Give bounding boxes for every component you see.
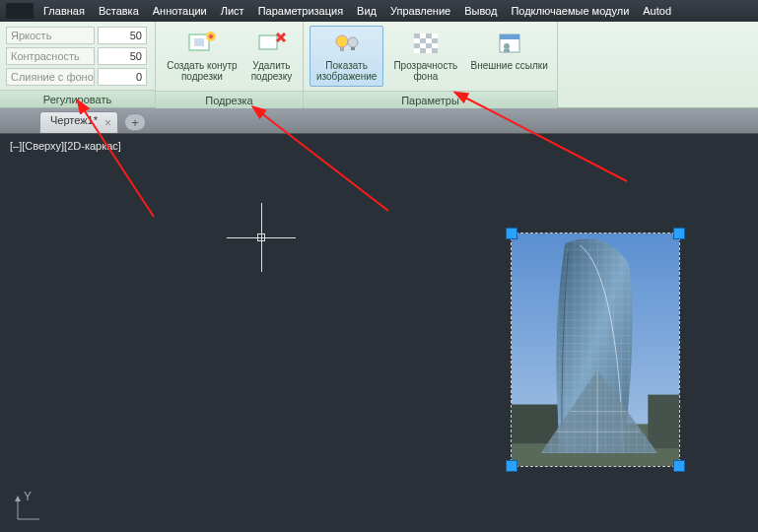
xref-label1: Внешние ссылки xyxy=(471,60,548,71)
svg-rect-19 xyxy=(432,48,438,53)
tab-drawing1[interactable]: Чертеж1* × xyxy=(39,111,118,133)
transparency-icon xyxy=(410,31,442,56)
svg-rect-10 xyxy=(351,47,355,50)
delete-clip-label2: подрезку xyxy=(251,71,293,82)
create-clip-label1: Создать конутр xyxy=(167,60,238,71)
svg-rect-27 xyxy=(648,395,679,449)
delete-clip-button[interactable]: Удалить подрезку xyxy=(246,26,297,87)
grip-top-left[interactable] xyxy=(507,229,517,238)
bulb-icon xyxy=(331,31,363,56)
svg-marker-30 xyxy=(15,496,21,501)
svg-rect-15 xyxy=(432,38,438,43)
panel-clip: Создать конутр подрезки Удалить подрезку… xyxy=(156,22,304,107)
panel-clip-title: Подрезка xyxy=(156,91,303,108)
grip-bottom-right[interactable] xyxy=(674,461,684,471)
svg-rect-16 xyxy=(414,43,420,48)
svg-rect-26 xyxy=(512,405,558,444)
svg-rect-12 xyxy=(414,33,420,38)
xref-button[interactable]: Внешние ссылки xyxy=(467,26,551,87)
svg-rect-1 xyxy=(194,38,204,46)
new-tab-button[interactable]: + xyxy=(124,113,146,131)
create-clip-icon xyxy=(186,31,218,56)
menu-manage[interactable]: Управление xyxy=(390,5,450,17)
menu-bar: Главная Вставка Аннотации Лист Параметри… xyxy=(0,0,758,22)
menu-home[interactable]: Главная xyxy=(43,5,85,17)
contrast-label: Контрасность xyxy=(6,47,95,65)
show-image-label2: изображение xyxy=(316,71,377,82)
transparency-label2: фона xyxy=(413,71,438,82)
svg-rect-14 xyxy=(420,38,426,43)
create-clip-label2: подрезки xyxy=(181,71,223,82)
panel-options: Показать изображение Прозрачнос xyxy=(304,22,558,107)
svg-rect-23 xyxy=(504,49,510,52)
svg-point-7 xyxy=(336,35,348,47)
ucs-y-label: Y xyxy=(24,490,32,503)
close-icon[interactable]: × xyxy=(104,116,111,130)
panel-adjust-title: Регулировать xyxy=(0,90,155,107)
menu-output[interactable]: Вывод xyxy=(464,5,497,17)
brightness-input[interactable]: 50 xyxy=(98,27,147,44)
viewport-label[interactable]: [–][Сверху][2D-каркас] xyxy=(10,140,121,152)
show-image-label1: Показать xyxy=(325,60,368,71)
inserted-image[interactable] xyxy=(511,233,680,467)
svg-rect-13 xyxy=(426,33,432,38)
svg-rect-17 xyxy=(426,43,432,48)
contrast-input[interactable]: 50 xyxy=(98,47,147,65)
menu-annotations[interactable]: Аннотации xyxy=(153,5,207,17)
menu-view[interactable]: Вид xyxy=(357,5,377,17)
menu-autodesk[interactable]: Autod xyxy=(643,5,671,17)
fade-input[interactable]: 0 xyxy=(98,68,147,86)
ribbon: Яркость 50 Контрасность 50 Слияние с фон… xyxy=(0,22,758,108)
create-clip-button[interactable]: Создать конутр подрезки xyxy=(162,26,242,87)
delete-clip-icon xyxy=(255,31,287,56)
grip-top-right[interactable] xyxy=(674,229,684,238)
svg-point-22 xyxy=(504,43,510,49)
drawing-viewport[interactable]: [–][Сверху][2D-каркас] xyxy=(0,134,758,532)
menu-plugins[interactable]: Подключаемые модули xyxy=(511,5,629,17)
svg-rect-18 xyxy=(420,48,426,53)
transparency-button[interactable]: Прозрачность фона xyxy=(387,26,463,87)
fade-label: Слияние с фоном xyxy=(6,68,95,86)
svg-rect-4 xyxy=(259,35,277,49)
document-tab-bar: Чертеж1* × + xyxy=(0,108,758,134)
panel-options-title: Параметры xyxy=(304,91,557,108)
grip-bottom-left[interactable] xyxy=(507,461,517,471)
tab-drawing1-label: Чертеж1* xyxy=(50,114,98,126)
xref-icon xyxy=(494,31,525,56)
menu-insert[interactable]: Вставка xyxy=(99,5,139,17)
ucs-icon[interactable]: Y xyxy=(14,494,43,526)
menu-parametrization[interactable]: Параметризация xyxy=(258,5,343,17)
transparency-label1: Прозрачность xyxy=(393,60,457,71)
delete-clip-label1: Удалить xyxy=(252,60,290,71)
show-image-button[interactable]: Показать изображение xyxy=(310,26,383,87)
app-logo-icon[interactable] xyxy=(6,3,34,19)
brightness-label: Яркость xyxy=(6,27,95,44)
svg-rect-21 xyxy=(500,34,519,39)
svg-rect-8 xyxy=(340,47,344,51)
panel-adjust: Яркость 50 Контрасность 50 Слияние с фон… xyxy=(0,22,156,107)
svg-point-9 xyxy=(348,37,358,47)
menu-sheet[interactable]: Лист xyxy=(221,5,244,17)
building-photo xyxy=(512,233,679,466)
